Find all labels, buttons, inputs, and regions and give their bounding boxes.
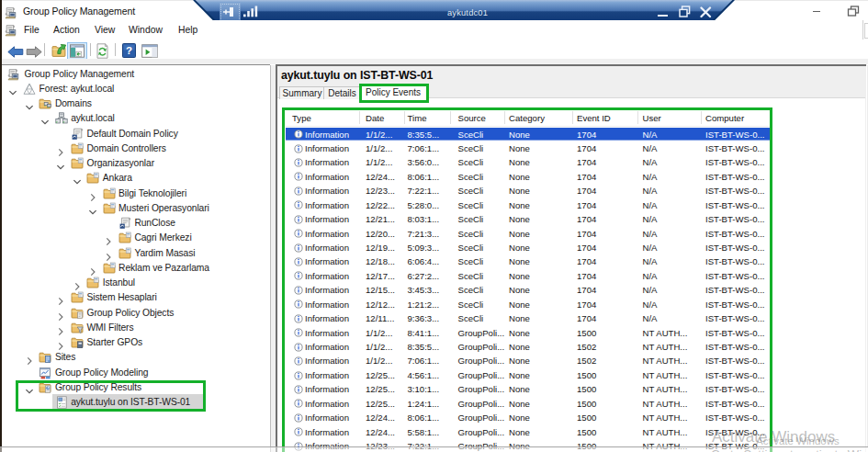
tree-item-label: Starter GPOs <box>87 337 143 347</box>
tree-item-domains[interactable]: Domains <box>2 96 270 111</box>
domains-folder-icon <box>39 97 51 110</box>
chevron-right-icon[interactable] <box>104 249 113 258</box>
ou-icon <box>71 157 84 170</box>
tree-item-organizasyonlar[interactable]: Organizasyonlar <box>2 156 270 171</box>
chevron-right-icon[interactable] <box>104 233 113 243</box>
chevron-right-icon[interactable] <box>56 293 65 302</box>
tree-item-group-policy-management[interactable]: Group Policy Management <box>2 67 270 82</box>
chevron-right-icon[interactable] <box>56 144 65 153</box>
tree-item-label: Sistem Hesaplari <box>87 292 157 302</box>
menu-file[interactable]: File <box>24 20 39 40</box>
window-title: Group Policy Management <box>23 1 135 21</box>
ou-icon <box>103 187 116 200</box>
chevron-down-icon[interactable] <box>8 85 17 94</box>
chevron-right-icon[interactable] <box>25 353 34 362</box>
gpmc-icon <box>6 68 19 81</box>
tree-item-cagri-merkezi[interactable]: Cagri Merkezi <box>2 231 270 245</box>
chevron-down-icon[interactable] <box>88 204 97 213</box>
tree-item-label: Default Domain Policy <box>87 129 178 139</box>
tab-summary[interactable]: Summary <box>279 86 325 99</box>
tree-item-sites[interactable]: Sites <box>2 350 270 365</box>
tree-item-label: RunClose <box>134 218 175 228</box>
menu-window[interactable]: Window <box>129 20 163 40</box>
chevron-right-icon[interactable] <box>56 323 65 333</box>
tree-item-label: aykut.local <box>71 113 115 123</box>
result-pane-title: aykut.tuylu on IST-BT-WS-01 <box>281 69 433 82</box>
chevron-right-icon[interactable] <box>88 264 97 273</box>
gpmc-window: Group Policy Management aykutdc01 <box>0 0 868 452</box>
activate-windows-settings-hint: Go to Settings to activate Windows. <box>711 447 868 452</box>
chevron-right-icon[interactable] <box>73 278 82 288</box>
tab-details[interactable]: Details <box>323 86 361 99</box>
domain-icon <box>55 112 68 125</box>
tree-item-label: Cagri Merkezi <box>134 232 191 243</box>
tree-item-bilgi-teknolojileri[interactable]: Bilgi Teknolojileri <box>2 186 270 201</box>
forest-icon <box>23 83 36 96</box>
menu-view[interactable]: View <box>95 20 115 40</box>
tree-item-label: Group Policy Objects <box>87 308 175 318</box>
folder-gpo-icon <box>71 307 84 320</box>
annotation-gp-results <box>16 380 206 412</box>
chevron-right-icon[interactable] <box>56 338 65 347</box>
toolbar-separator <box>90 43 91 56</box>
tree-item-istanbul[interactable]: Istanbul <box>2 276 270 290</box>
toolbar-separator <box>44 43 45 56</box>
chevron-right-icon[interactable] <box>56 309 65 318</box>
tree-item-default-domain-policy[interactable]: Default Domain Policy <box>2 127 270 141</box>
tree-item-sistem-hesaplari[interactable]: Sistem Hesaplari <box>2 290 270 305</box>
rdp-minimize-icon[interactable] <box>658 15 668 17</box>
tree-item-ankara[interactable]: Ankara <box>2 171 270 186</box>
chevron-down-icon[interactable] <box>73 174 82 183</box>
toolbar-separator <box>115 43 116 56</box>
tree-item-label: WMI Filters <box>87 322 134 333</box>
tree-item-label: Bilgi Teknolojileri <box>118 188 186 198</box>
tree-item-label: Group Policy Modeling <box>55 367 149 378</box>
tree-item-label: Domain Controllers <box>87 143 166 153</box>
tree-item-yardim-masasi[interactable]: Yardim Masasi <box>2 246 270 261</box>
gpmc-child-icon <box>4 24 17 40</box>
rdp-close-icon[interactable] <box>700 6 712 18</box>
tree-item-label: Domains <box>55 98 92 108</box>
tree-item-group-policy-objects[interactable]: Group Policy Objects <box>2 306 270 321</box>
tree-item-label: Sites <box>55 352 75 362</box>
tree-item-label: Yardim Masasi <box>134 248 195 258</box>
tree-item-label: Organizasyonlar <box>87 158 154 168</box>
ou-icon <box>103 262 116 275</box>
ou-icon <box>118 232 131 244</box>
tree-item-domain-controllers[interactable]: Domain Controllers <box>2 141 270 156</box>
rdp-host-label: aykutdc01 <box>200 8 735 17</box>
child-window-controls <box>864 23 868 39</box>
svg-text:?: ? <box>126 45 132 56</box>
menu-bar: FileActionViewWindowHelp <box>2 20 863 40</box>
modeling-icon <box>39 367 51 379</box>
tree-item-starter-gpos[interactable]: Starter GPOs <box>2 335 270 350</box>
menu-action[interactable]: Action <box>53 20 80 40</box>
tree-item-musteri-operasyonlari[interactable]: Musteri Operasyonlari <box>2 201 270 216</box>
tree-item-group-policy-modeling[interactable]: Group Policy Modeling <box>2 366 270 380</box>
gpo-icon <box>118 217 131 230</box>
ou-icon <box>103 202 116 215</box>
minimize-icon[interactable] <box>813 11 820 13</box>
tree-item-wmi-filters[interactable]: WMI Filters <box>2 321 270 335</box>
tree-item-label: Istanbul <box>103 277 135 288</box>
tree-item-forest-aykut-local[interactable]: Forest: aykut.local <box>2 82 270 96</box>
chevron-down-icon[interactable] <box>56 159 65 168</box>
annotation-policy-events-tab <box>359 84 429 103</box>
tree-item-reklam-ve-pazarlama[interactable]: Reklam ve Pazarlama <box>2 261 270 276</box>
tree-item-label: Forest: aykut.local <box>39 84 115 94</box>
tree-item-runclose[interactable]: RunClose <box>2 216 270 231</box>
ou-icon <box>86 277 99 289</box>
activate-windows-watermark-small: Activate Windows <box>756 435 840 446</box>
restore-icon[interactable] <box>847 6 860 17</box>
ou-icon <box>71 142 84 155</box>
tree-item-label: Ankara <box>103 173 132 183</box>
ou-icon <box>71 291 84 304</box>
chevron-down-icon[interactable] <box>40 114 50 123</box>
tree-item-aykut-local[interactable]: aykut.local <box>2 111 270 126</box>
chevron-down-icon[interactable] <box>25 99 34 108</box>
menu-help[interactable]: Help <box>178 20 197 40</box>
rdp-restore-icon[interactable] <box>679 6 691 17</box>
folder-sites-icon <box>39 351 51 364</box>
toolbar: ? <box>2 40 868 60</box>
chevron-right-icon[interactable] <box>88 189 97 198</box>
